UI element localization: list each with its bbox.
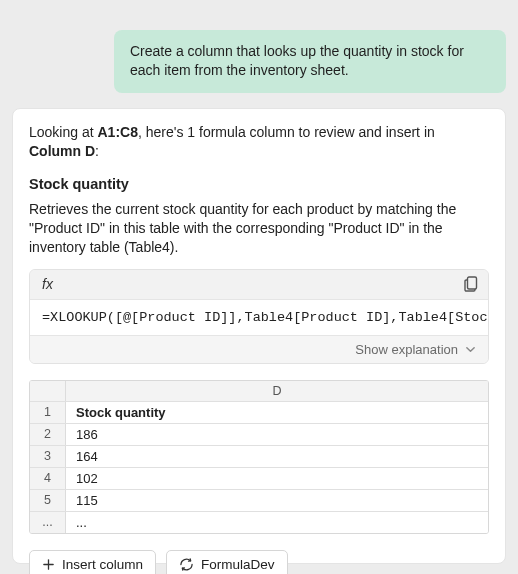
show-explanation-label: Show explanation	[355, 342, 458, 357]
header-cell: Stock quantity	[66, 402, 488, 423]
intro-target: Column D	[29, 143, 95, 159]
row-number: 2	[30, 424, 66, 445]
data-cell: 164	[66, 446, 488, 467]
user-message-bubble: Create a column that looks up the quanti…	[114, 30, 506, 93]
data-cell: 102	[66, 468, 488, 489]
corner-cell	[30, 381, 66, 401]
table-row: 4 102	[30, 467, 488, 489]
refresh-icon	[179, 558, 194, 571]
section-title: Stock quantity	[29, 176, 489, 192]
column-letter: D	[66, 381, 488, 401]
formula-description: Retrieves the current stock quantity for…	[29, 200, 489, 257]
insert-column-label: Insert column	[62, 557, 143, 572]
table-row: 2 186	[30, 423, 488, 445]
intro-range: A1:C8	[98, 124, 138, 140]
user-message-text: Create a column that looks up the quanti…	[130, 43, 464, 78]
intro-mid: , here's 1 formula column to review and …	[138, 124, 435, 140]
table-row: 3 164	[30, 445, 488, 467]
formuladev-label: FormulaDev	[201, 557, 275, 572]
intro-text: Looking at A1:C8, here's 1 formula colum…	[29, 123, 489, 162]
row-number: 3	[30, 446, 66, 467]
formuladev-button[interactable]: FormulaDev	[166, 550, 288, 574]
row-number-ellipsis: ...	[30, 512, 66, 533]
row-number: 5	[30, 490, 66, 511]
formula-block: fx =XLOOKUP([@[Product ID]],Table4[Produ…	[29, 269, 489, 364]
intro-suffix: :	[95, 143, 99, 159]
row-number: 1	[30, 402, 66, 423]
intro-prefix: Looking at	[29, 124, 98, 140]
table-row-ellipsis: ... ...	[30, 511, 488, 533]
svg-rect-0	[467, 277, 476, 289]
preview-table: D 1 Stock quantity 2 186 3 164 4 102 5 1…	[29, 380, 489, 534]
data-cell: 186	[66, 424, 488, 445]
row-number: 4	[30, 468, 66, 489]
plus-icon	[42, 558, 55, 571]
table-row: 5 115	[30, 489, 488, 511]
column-letter-row: D	[30, 381, 488, 401]
data-cell-ellipsis: ...	[66, 512, 488, 533]
assistant-response-card: Looking at A1:C8, here's 1 formula colum…	[12, 108, 506, 564]
formula-text[interactable]: =XLOOKUP([@[Product ID]],Table4[Product …	[30, 300, 488, 335]
copy-icon[interactable]	[463, 276, 478, 293]
chevron-down-icon	[464, 343, 476, 355]
action-row: Insert column FormulaDev	[29, 550, 489, 574]
fx-label: fx	[42, 276, 53, 292]
table-row: 1 Stock quantity	[30, 401, 488, 423]
insert-column-button[interactable]: Insert column	[29, 550, 156, 574]
formula-header: fx	[30, 270, 488, 300]
data-cell: 115	[66, 490, 488, 511]
show-explanation-toggle[interactable]: Show explanation	[30, 335, 488, 363]
